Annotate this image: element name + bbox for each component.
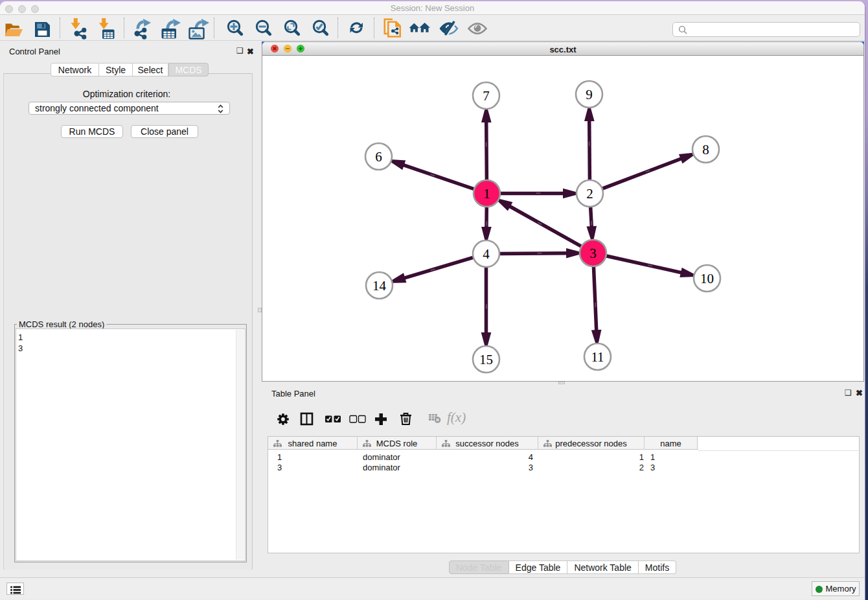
svg-text:4: 4 xyxy=(483,246,490,262)
svg-text:2: 2 xyxy=(586,186,593,202)
svg-text:6: 6 xyxy=(375,149,382,165)
svg-text:f(x): f(x) xyxy=(447,410,466,425)
svg-text:9: 9 xyxy=(586,87,593,102)
svg-text:7: 7 xyxy=(483,88,490,104)
svg-text:10: 10 xyxy=(700,271,714,286)
svg-text:15: 15 xyxy=(479,352,493,367)
svg-text:11: 11 xyxy=(591,349,604,365)
svg-text:14: 14 xyxy=(372,278,387,294)
svg-text:3: 3 xyxy=(589,246,597,261)
svg-text:8: 8 xyxy=(702,142,709,157)
svg-text:1: 1 xyxy=(483,186,490,202)
